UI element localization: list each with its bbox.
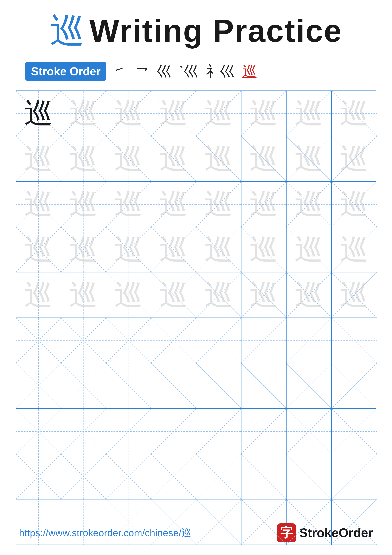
grid-cell[interactable]: 巡	[332, 227, 377, 272]
grid-cell[interactable]	[151, 409, 196, 454]
grid-cell[interactable]	[196, 363, 242, 408]
grid-cell[interactable]: 巡	[332, 272, 377, 318]
grid-cell[interactable]: 巡	[61, 182, 106, 227]
grid-cell[interactable]: 巡	[106, 182, 151, 227]
grid-cell[interactable]	[196, 318, 242, 363]
stroke-step-1: ㇀	[113, 62, 127, 81]
grid-cell[interactable]: 巡	[151, 91, 196, 136]
grid-cell[interactable]	[242, 409, 286, 454]
grid-cell[interactable]: 巡	[106, 272, 151, 318]
cell-character: 巡	[242, 91, 286, 136]
grid-cell[interactable]	[61, 454, 106, 499]
grid-cell[interactable]	[332, 318, 377, 363]
grid-cell[interactable]: 巡	[61, 91, 106, 136]
cell-character: 巡	[106, 272, 151, 318]
grid-cell[interactable]	[61, 499, 106, 545]
cell-character: 巡	[286, 272, 331, 318]
grid-cell[interactable]	[151, 454, 196, 499]
grid-cell[interactable]: 巡	[242, 136, 286, 181]
cell-character: 巡	[242, 136, 286, 181]
grid-cell[interactable]: 巡	[16, 136, 61, 181]
grid-cell[interactable]: 巡	[286, 272, 332, 318]
cell-character: 巡	[151, 272, 196, 318]
grid-cell[interactable]: 巡	[196, 272, 242, 318]
grid-cell[interactable]: 巡	[61, 272, 106, 318]
grid-cell[interactable]	[151, 363, 196, 408]
title-chinese-char: 巡	[50, 14, 85, 48]
grid-cell[interactable]: 巡	[61, 136, 106, 181]
grid-cell[interactable]	[151, 499, 196, 545]
grid-cell[interactable]	[196, 409, 242, 454]
grid-cell[interactable]	[61, 409, 106, 454]
cell-character	[242, 499, 286, 545]
grid-cell[interactable]: 巡	[332, 182, 377, 227]
grid-cell[interactable]	[242, 499, 286, 545]
grid-cell[interactable]: 巡	[196, 91, 242, 136]
grid-cell[interactable]: 巡	[196, 136, 242, 181]
grid-cell[interactable]: 巡	[286, 136, 332, 181]
cell-character	[106, 454, 151, 499]
grid-cell[interactable]	[16, 318, 61, 363]
grid-cell[interactable]	[332, 363, 377, 408]
grid-cell[interactable]: 巡	[16, 272, 61, 318]
grid-cell[interactable]	[242, 363, 286, 408]
grid-cell[interactable]: 巡	[286, 227, 332, 272]
grid-cell[interactable]: 巡	[106, 91, 151, 136]
grid-cell[interactable]: 巡	[242, 91, 286, 136]
grid-cell[interactable]	[16, 409, 61, 454]
grid-cell[interactable]: 巡	[242, 182, 286, 227]
grid-cell[interactable]	[242, 454, 286, 499]
grid-cell[interactable]: 巡	[242, 272, 286, 318]
grid-cell[interactable]	[196, 499, 242, 545]
grid-cell[interactable]	[196, 454, 242, 499]
grid-cell[interactable]	[242, 318, 286, 363]
grid-row	[16, 318, 376, 363]
grid-cell[interactable]: 巡	[151, 136, 196, 181]
cell-character	[106, 499, 151, 545]
grid-cell[interactable]	[61, 318, 106, 363]
cell-character	[106, 318, 151, 363]
grid-cell[interactable]: 巡	[332, 91, 377, 136]
grid-cell[interactable]: 巡	[61, 227, 106, 272]
grid-cell[interactable]: 巡	[151, 227, 196, 272]
grid-cell[interactable]	[286, 454, 332, 499]
grid-cell[interactable]	[286, 318, 332, 363]
grid-row	[16, 409, 376, 454]
grid-cell[interactable]: 巡	[286, 91, 332, 136]
grid-cell[interactable]: 巡	[106, 227, 151, 272]
cell-character	[61, 454, 106, 499]
cell-character: 巡	[151, 91, 196, 136]
grid-cell[interactable]	[61, 363, 106, 408]
grid-cell[interactable]: 巡	[196, 227, 242, 272]
grid-cell[interactable]	[332, 499, 377, 545]
grid-cell[interactable]: 巡	[286, 182, 332, 227]
grid-cell[interactable]	[286, 363, 332, 408]
cell-character	[242, 454, 286, 499]
grid-cell[interactable]	[16, 454, 61, 499]
grid-cell[interactable]: 巡	[242, 227, 286, 272]
grid-cell[interactable]	[106, 318, 151, 363]
grid-cell[interactable]	[106, 499, 151, 545]
grid-cell[interactable]	[106, 409, 151, 454]
grid-cell[interactable]: 巡	[196, 182, 242, 227]
grid-cell[interactable]: 巡	[332, 136, 377, 181]
grid-cell[interactable]	[106, 363, 151, 408]
grid-cell[interactable]	[151, 318, 196, 363]
grid-cell[interactable]: 巡	[16, 91, 61, 136]
grid-cell[interactable]: 巡	[16, 227, 61, 272]
grid-cell[interactable]: 巡	[106, 136, 151, 181]
grid-cell[interactable]	[16, 363, 61, 408]
grid-cell[interactable]	[332, 454, 377, 499]
cell-character	[16, 318, 61, 363]
grid-cell[interactable]	[332, 409, 377, 454]
grid-cell[interactable]: 巡	[151, 272, 196, 318]
grid-cell[interactable]: 巡	[16, 182, 61, 227]
grid-cell[interactable]	[106, 454, 151, 499]
grid-cell[interactable]	[16, 499, 61, 545]
stroke-step-final: 巡	[242, 62, 257, 81]
grid-cell[interactable]	[286, 409, 332, 454]
grid-cell[interactable]	[286, 499, 332, 545]
cell-character: 巡	[106, 182, 151, 227]
cell-character: 巡	[286, 136, 331, 181]
grid-cell[interactable]: 巡	[151, 182, 196, 227]
